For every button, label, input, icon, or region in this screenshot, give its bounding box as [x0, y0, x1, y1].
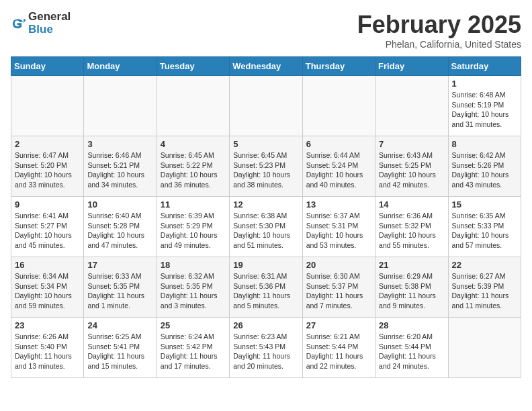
day-number: 25 [161, 320, 226, 330]
calendar-cell: 12Sunrise: 6:38 AM Sunset: 5:30 PM Dayli… [230, 197, 302, 257]
calendar-week-row: 23Sunrise: 6:26 AM Sunset: 5:40 PM Dayli… [11, 318, 521, 378]
calendar-week-row: 9Sunrise: 6:41 AM Sunset: 5:27 PM Daylig… [11, 197, 521, 257]
calendar-cell: 11Sunrise: 6:39 AM Sunset: 5:29 PM Dayli… [157, 197, 229, 257]
day-number: 20 [306, 260, 371, 270]
calendar-header-tuesday: Tuesday [157, 57, 229, 76]
logo: General Blue [11, 11, 71, 36]
calendar-cell: 4Sunrise: 6:45 AM Sunset: 5:22 PM Daylig… [157, 136, 229, 197]
calendar-cell: 15Sunrise: 6:35 AM Sunset: 5:33 PM Dayli… [448, 197, 521, 257]
day-info: Sunrise: 6:25 AM Sunset: 5:41 PM Dayligh… [87, 332, 152, 371]
day-info: Sunrise: 6:20 AM Sunset: 5:44 PM Dayligh… [379, 332, 444, 371]
location-subtitle: Phelan, California, United States [357, 39, 521, 50]
day-number: 13 [306, 199, 371, 210]
day-info: Sunrise: 6:32 AM Sunset: 5:35 PM Dayligh… [161, 271, 226, 311]
calendar-cell: 13Sunrise: 6:37 AM Sunset: 5:31 PM Dayli… [302, 197, 375, 257]
day-info: Sunrise: 6:41 AM Sunset: 5:27 PM Dayligh… [15, 211, 80, 250]
calendar-header-saturday: Saturday [448, 57, 521, 76]
day-number: 12 [233, 199, 298, 210]
calendar-header-monday: Monday [84, 57, 157, 76]
day-info: Sunrise: 6:34 AM Sunset: 5:34 PM Dayligh… [15, 271, 80, 311]
calendar-cell: 20Sunrise: 6:30 AM Sunset: 5:37 PM Dayli… [302, 257, 375, 318]
day-number: 18 [161, 260, 226, 270]
logo-text: General Blue [28, 11, 71, 36]
day-number: 17 [87, 260, 152, 270]
calendar-cell: 5Sunrise: 6:45 AM Sunset: 5:23 PM Daylig… [230, 136, 302, 197]
day-info: Sunrise: 6:24 AM Sunset: 5:42 PM Dayligh… [161, 332, 226, 371]
calendar-cell: 27Sunrise: 6:21 AM Sunset: 5:44 PM Dayli… [302, 318, 375, 378]
day-number: 22 [452, 260, 517, 270]
calendar-cell: 14Sunrise: 6:36 AM Sunset: 5:32 PM Dayli… [375, 197, 448, 257]
day-info: Sunrise: 6:40 AM Sunset: 5:28 PM Dayligh… [87, 211, 152, 250]
calendar-cell [11, 76, 84, 136]
calendar-cell [448, 318, 521, 378]
day-info: Sunrise: 6:27 AM Sunset: 5:39 PM Dayligh… [452, 271, 517, 311]
day-number: 8 [452, 139, 517, 149]
calendar-cell: 28Sunrise: 6:20 AM Sunset: 5:44 PM Dayli… [375, 318, 448, 378]
calendar-cell: 19Sunrise: 6:31 AM Sunset: 5:36 PM Dayli… [230, 257, 302, 318]
calendar-header-row: SundayMondayTuesdayWednesdayThursdayFrid… [11, 57, 521, 76]
calendar-cell: 24Sunrise: 6:25 AM Sunset: 5:41 PM Dayli… [84, 318, 157, 378]
day-info: Sunrise: 6:29 AM Sunset: 5:38 PM Dayligh… [379, 271, 444, 311]
calendar-cell [84, 76, 157, 136]
calendar-cell: 25Sunrise: 6:24 AM Sunset: 5:42 PM Dayli… [157, 318, 229, 378]
day-info: Sunrise: 6:31 AM Sunset: 5:36 PM Dayligh… [233, 271, 298, 311]
calendar-cell: 10Sunrise: 6:40 AM Sunset: 5:28 PM Dayli… [84, 197, 157, 257]
calendar-cell: 1Sunrise: 6:48 AM Sunset: 5:19 PM Daylig… [448, 76, 521, 136]
logo-general: General [28, 11, 71, 24]
day-info: Sunrise: 6:47 AM Sunset: 5:20 PM Dayligh… [15, 150, 80, 190]
day-number: 23 [15, 320, 80, 330]
calendar-cell: 22Sunrise: 6:27 AM Sunset: 5:39 PM Dayli… [448, 257, 521, 318]
calendar-cell [230, 76, 302, 136]
calendar-cell: 26Sunrise: 6:23 AM Sunset: 5:43 PM Dayli… [230, 318, 302, 378]
calendar-cell [375, 76, 448, 136]
day-info: Sunrise: 6:43 AM Sunset: 5:25 PM Dayligh… [379, 150, 444, 190]
logo-blue: Blue [28, 24, 71, 36]
day-info: Sunrise: 6:39 AM Sunset: 5:29 PM Dayligh… [161, 211, 226, 250]
day-number: 27 [306, 320, 371, 330]
day-info: Sunrise: 6:38 AM Sunset: 5:30 PM Dayligh… [233, 211, 298, 250]
day-info: Sunrise: 6:30 AM Sunset: 5:37 PM Dayligh… [306, 271, 371, 311]
day-info: Sunrise: 6:45 AM Sunset: 5:22 PM Dayligh… [161, 150, 226, 190]
svg-marker-0 [24, 19, 26, 23]
calendar-cell: 16Sunrise: 6:34 AM Sunset: 5:34 PM Dayli… [11, 257, 84, 318]
calendar-cell: 7Sunrise: 6:43 AM Sunset: 5:25 PM Daylig… [375, 136, 448, 197]
calendar-week-row: 2Sunrise: 6:47 AM Sunset: 5:20 PM Daylig… [11, 136, 521, 197]
day-number: 28 [379, 320, 444, 330]
calendar-week-row: 16Sunrise: 6:34 AM Sunset: 5:34 PM Dayli… [11, 257, 521, 318]
calendar-cell: 8Sunrise: 6:42 AM Sunset: 5:26 PM Daylig… [448, 136, 521, 197]
day-number: 5 [233, 139, 298, 149]
calendar-cell [157, 76, 229, 136]
day-number: 14 [379, 199, 444, 210]
day-info: Sunrise: 6:23 AM Sunset: 5:43 PM Dayligh… [233, 332, 298, 371]
day-info: Sunrise: 6:44 AM Sunset: 5:24 PM Dayligh… [306, 150, 371, 190]
day-number: 6 [306, 139, 371, 149]
day-number: 10 [87, 199, 152, 210]
calendar-header-sunday: Sunday [11, 57, 84, 76]
calendar-cell: 21Sunrise: 6:29 AM Sunset: 5:38 PM Dayli… [375, 257, 448, 318]
day-info: Sunrise: 6:37 AM Sunset: 5:31 PM Dayligh… [306, 211, 371, 250]
day-number: 19 [233, 260, 298, 270]
calendar-week-row: 1Sunrise: 6:48 AM Sunset: 5:19 PM Daylig… [11, 76, 521, 136]
day-info: Sunrise: 6:33 AM Sunset: 5:35 PM Dayligh… [87, 271, 152, 311]
day-number: 2 [15, 139, 80, 149]
calendar-cell: 2Sunrise: 6:47 AM Sunset: 5:20 PM Daylig… [11, 136, 84, 197]
calendar-cell: 6Sunrise: 6:44 AM Sunset: 5:24 PM Daylig… [302, 136, 375, 197]
day-info: Sunrise: 6:36 AM Sunset: 5:32 PM Dayligh… [379, 211, 444, 250]
day-number: 26 [233, 320, 298, 330]
calendar-header-wednesday: Wednesday [230, 57, 302, 76]
day-info: Sunrise: 6:35 AM Sunset: 5:33 PM Dayligh… [452, 211, 517, 250]
day-number: 11 [161, 199, 226, 210]
calendar-header-thursday: Thursday [302, 57, 375, 76]
calendar-cell: 18Sunrise: 6:32 AM Sunset: 5:35 PM Dayli… [157, 257, 229, 318]
title-block: February 2025 Phelan, California, United… [357, 11, 521, 50]
day-number: 4 [161, 139, 226, 149]
day-info: Sunrise: 6:48 AM Sunset: 5:19 PM Dayligh… [452, 90, 517, 130]
day-number: 3 [87, 139, 152, 149]
day-info: Sunrise: 6:45 AM Sunset: 5:23 PM Dayligh… [233, 150, 298, 190]
day-info: Sunrise: 6:26 AM Sunset: 5:40 PM Dayligh… [15, 332, 80, 371]
day-number: 1 [452, 79, 517, 89]
calendar-cell: 23Sunrise: 6:26 AM Sunset: 5:40 PM Dayli… [11, 318, 84, 378]
calendar-header-friday: Friday [375, 57, 448, 76]
day-number: 15 [452, 199, 517, 210]
page-header: General Blue February 2025 Phelan, Calif… [11, 11, 521, 50]
